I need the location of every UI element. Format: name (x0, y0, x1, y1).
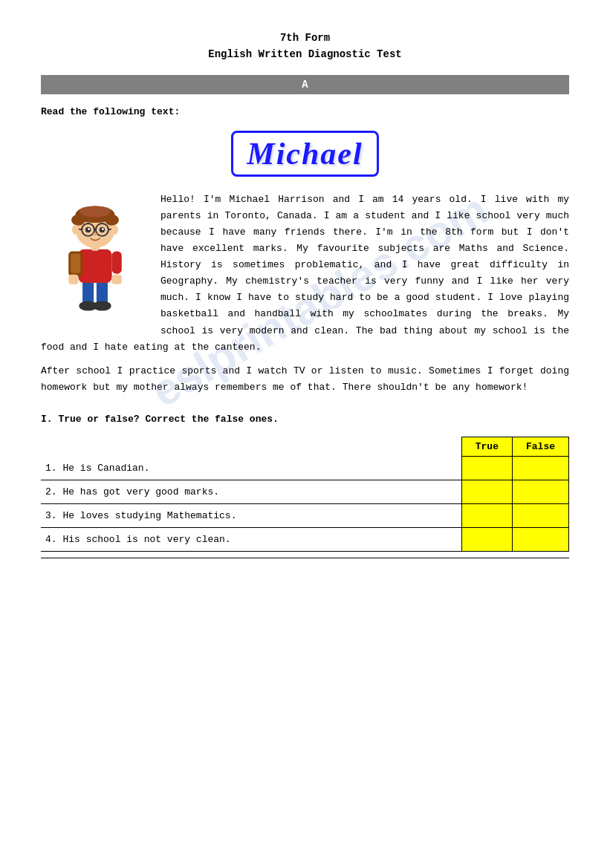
section-bar-a: A (41, 75, 569, 94)
michael-title: Michael (41, 131, 569, 177)
text-block: Hello! I'm Michael Harrison and I am 14 … (41, 192, 569, 363)
svg-rect-8 (68, 274, 78, 284)
svg-point-26 (71, 225, 78, 235)
svg-point-25 (93, 232, 97, 235)
svg-point-14 (105, 214, 119, 225)
table-row: 1. He is Canadian. (41, 456, 569, 480)
answer-cell-3-false[interactable] (512, 503, 568, 527)
svg-point-24 (101, 228, 103, 230)
answer-cell-2-false[interactable] (512, 480, 568, 503)
read-label: Read the following text: (41, 106, 569, 117)
svg-point-15 (80, 206, 110, 217)
svg-rect-7 (111, 251, 121, 273)
page-content: eslprintables.com 7th Form English Writt… (41, 30, 569, 558)
svg-point-23 (88, 228, 90, 230)
section-i-label: I. True or false? Correct the false ones… (41, 414, 569, 425)
answer-cell-4-true[interactable] (461, 527, 512, 551)
answer-cell-1-false[interactable] (512, 456, 568, 480)
answer-cell-2-true[interactable] (461, 480, 512, 503)
svg-rect-4 (78, 249, 111, 283)
table-row: 3. He loves studying Mathematics. (41, 503, 569, 527)
svg-rect-6 (71, 253, 80, 273)
answer-cell-3-true[interactable] (461, 503, 512, 527)
svg-point-13 (71, 214, 85, 225)
bottom-divider (41, 558, 569, 558)
paragraph-2: After school I practice sports and I wat… (41, 363, 569, 396)
answer-cell-1-true[interactable] (461, 456, 512, 480)
svg-point-3 (93, 301, 111, 310)
svg-rect-9 (111, 274, 121, 284)
page-title: 7th Form English Written Diagnostic Test (41, 30, 569, 63)
col-true: True (461, 437, 512, 456)
svg-point-27 (111, 225, 117, 235)
answer-cell-4-false[interactable] (512, 527, 568, 551)
col-false: False (512, 437, 568, 456)
table-row: 4. His school is not very clean. (41, 527, 569, 551)
cartoon-image (41, 192, 149, 318)
table-row: 2. He has got very good marks. (41, 480, 569, 503)
true-false-table: True False 1. He is Canadian. 2. He has … (41, 437, 569, 552)
